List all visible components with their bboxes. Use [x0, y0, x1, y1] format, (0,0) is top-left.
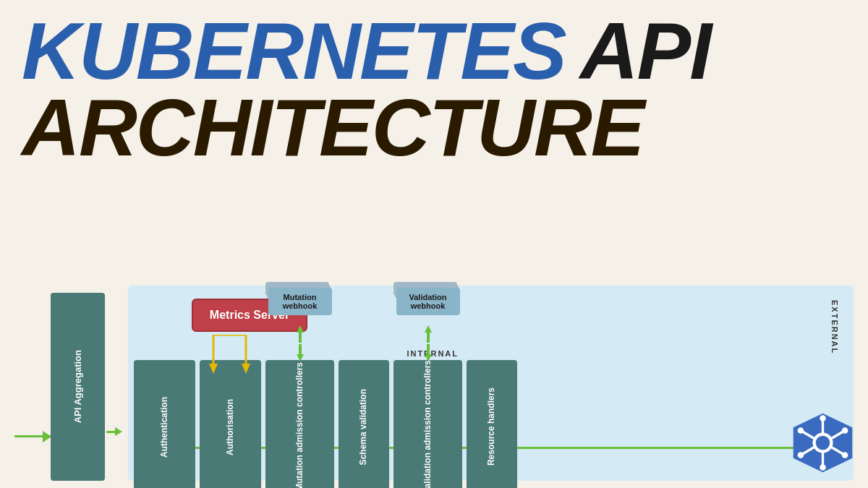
svg-marker-8 — [297, 354, 304, 361]
svg-point-26 — [842, 452, 848, 458]
yellow-arrows-svg — [192, 335, 264, 378]
svg-point-23 — [798, 427, 804, 434]
title-section: KUBERNETES API ARCHITECTURE — [0, 0, 868, 174]
svg-rect-11 — [427, 344, 430, 354]
col-authentication: Authentication — [134, 360, 195, 488]
mutation-arrow-up-svg — [293, 325, 307, 343]
validation-double-arrow — [393, 325, 462, 361]
validation-col-group: Validation Validation Validation webhook — [393, 360, 462, 488]
col-validation: Validation admission controllers — [393, 360, 462, 488]
svg-rect-10 — [427, 333, 430, 343]
validation-label: Validation admission controllers — [422, 360, 434, 488]
k8s-logo — [792, 412, 854, 474]
col-mutation: Mutation admission controllers — [265, 360, 334, 488]
svg-point-24 — [842, 427, 848, 434]
mutation-arrow-down-svg — [293, 344, 307, 361]
svg-marker-9 — [425, 325, 432, 333]
authentication-label: Authentication — [159, 397, 171, 458]
k8s-wheel-svg — [792, 412, 854, 474]
validation-arrow-up-svg — [421, 325, 435, 343]
title-architecture: ARCHITECTURE — [22, 90, 846, 166]
title-kubernetes: KUBERNETES — [22, 13, 566, 90]
title-api: API — [580, 13, 711, 90]
svg-marker-12 — [425, 354, 432, 361]
schema-label: Schema validation — [358, 389, 370, 465]
validation-webhook-main: Validation webhook — [396, 288, 460, 315]
main-diagram: API Aggregation EXTERNAL Metrics Server — [51, 264, 854, 481]
api-aggregation-label: API Aggregation — [72, 350, 83, 423]
api-aggregation-col: API Aggregation — [51, 293, 105, 481]
svg-marker-3 — [242, 364, 250, 374]
validation-arrow-down-svg — [421, 344, 435, 361]
mutation-label: Mutation admission controllers — [294, 362, 306, 488]
svg-marker-5 — [297, 325, 304, 333]
entry-arrow-line — [14, 435, 51, 437]
col-resource: Resource handlers — [467, 360, 517, 488]
svg-rect-6 — [299, 333, 302, 343]
svg-point-22 — [820, 464, 826, 471]
col-schema: Schema validation — [339, 360, 389, 488]
validation-webhook-area: Validation Validation Validation webhook — [393, 288, 462, 361]
agg-to-diagram-arrow — [106, 427, 122, 436]
entry-arrow — [14, 435, 51, 437]
mutation-webhook-main: Mutation webhook — [268, 288, 332, 315]
light-blue-area: EXTERNAL Metrics Server — [128, 286, 854, 481]
columns-row: Authentication Authorisation Mutation Mu… — [134, 360, 848, 488]
mutation-double-arrow — [265, 325, 334, 361]
mutation-col-group: Mutation Mutation Mutation webhook — [265, 360, 334, 488]
svg-marker-1 — [209, 364, 218, 374]
svg-rect-7 — [299, 344, 302, 354]
authorisation-label: Authorisation — [225, 399, 237, 455]
svg-point-21 — [820, 415, 826, 421]
resource-label: Resource handlers — [486, 388, 498, 466]
mutation-webhook-area: Mutation Mutation Mutation webhook — [265, 288, 334, 361]
diagram-section: API Aggregation EXTERNAL Metrics Server — [0, 264, 868, 488]
metrics-area: Metrics Server — [134, 291, 848, 360]
col-authorisation: Authorisation — [200, 360, 261, 488]
svg-point-25 — [798, 452, 804, 458]
